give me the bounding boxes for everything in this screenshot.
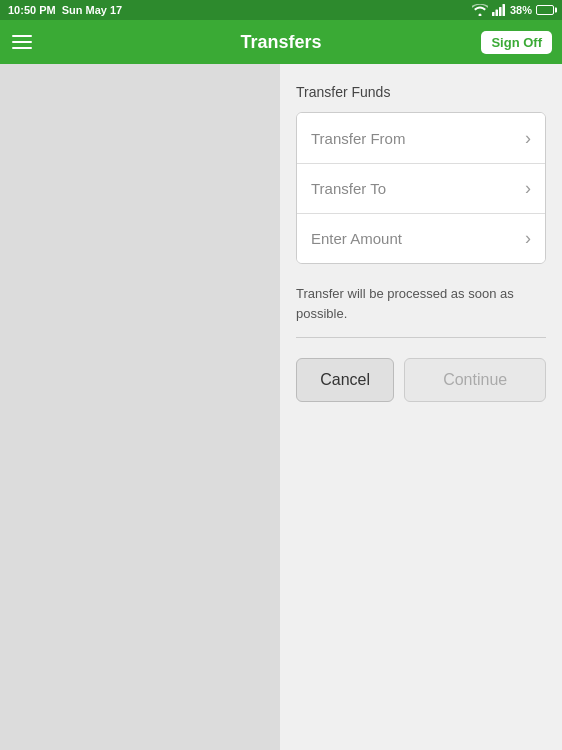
status-date: Sun May 17 <box>62 4 123 16</box>
chevron-right-icon-3: › <box>525 228 531 249</box>
main-layout: Transfer Funds Transfer From › Transfer … <box>0 64 562 750</box>
svg-rect-2 <box>499 7 502 16</box>
svg-rect-1 <box>495 10 498 17</box>
status-left: 10:50 PM Sun May 17 <box>8 4 122 16</box>
signal-icon <box>492 4 506 16</box>
nav-bar: Transfers Sign Off <box>0 20 562 64</box>
left-panel <box>0 64 280 750</box>
chevron-right-icon-2: › <box>525 178 531 199</box>
section-title: Transfer Funds <box>296 84 546 100</box>
button-row: Cancel Continue <box>296 358 546 402</box>
enter-amount-row[interactable]: Enter Amount › <box>297 213 545 263</box>
enter-amount-label: Enter Amount <box>311 230 402 247</box>
battery-pct: 38% <box>510 4 532 16</box>
sign-off-button[interactable]: Sign Off <box>481 31 552 54</box>
transfer-from-label: Transfer From <box>311 130 405 147</box>
status-time: 10:50 PM <box>8 4 56 16</box>
divider <box>296 337 546 338</box>
battery-icon <box>536 5 554 15</box>
status-bar: 10:50 PM Sun May 17 38% <box>0 0 562 20</box>
info-text: Transfer will be processed as soon as po… <box>296 276 546 327</box>
page-title: Transfers <box>240 32 321 53</box>
right-panel: Transfer Funds Transfer From › Transfer … <box>280 64 562 750</box>
transfer-form: Transfer From › Transfer To › Enter Amou… <box>296 112 546 264</box>
chevron-right-icon: › <box>525 128 531 149</box>
svg-rect-3 <box>502 4 505 16</box>
svg-rect-0 <box>492 12 495 16</box>
transfer-from-row[interactable]: Transfer From › <box>297 113 545 163</box>
wifi-icon <box>472 4 488 16</box>
transfer-to-row[interactable]: Transfer To › <box>297 163 545 213</box>
cancel-button[interactable]: Cancel <box>296 358 394 402</box>
status-right: 38% <box>472 4 554 16</box>
transfer-to-label: Transfer To <box>311 180 386 197</box>
menu-icon[interactable] <box>12 35 32 49</box>
continue-button: Continue <box>404 358 546 402</box>
